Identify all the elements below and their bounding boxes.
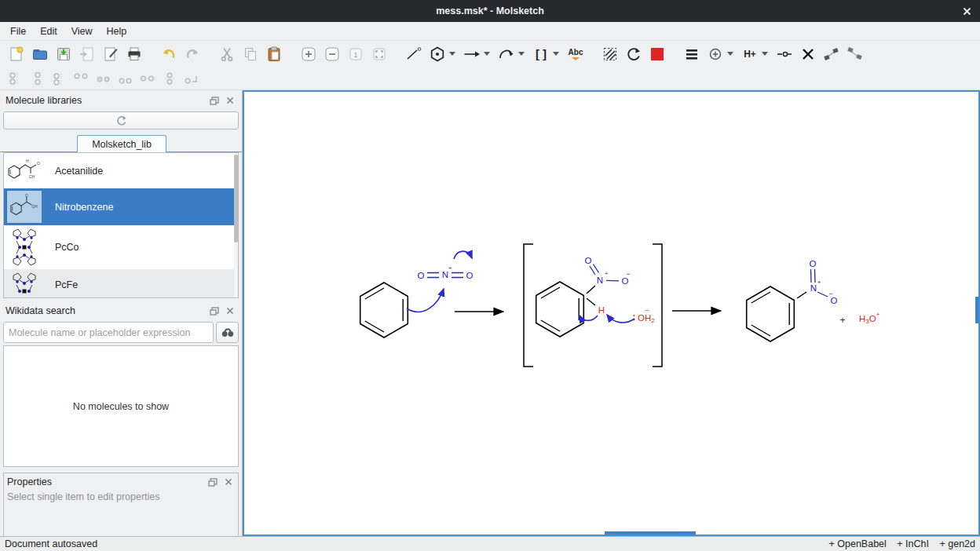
svg-text:+[interactable]: + [448,265,452,272]
drawing-canvas[interactable]: O N + O O N + [244,92,978,535]
canvas-horizontal-scrollbar-thumb[interactable] [605,531,696,535]
undo-button[interactable] [159,44,179,64]
align-left-button[interactable] [72,70,91,87]
library-scrollbar-thumb[interactable] [234,155,238,243]
svg-text:+[interactable]: + [817,279,821,286]
library-item-acetanilide[interactable]: H O CH Acetanilide [4,153,238,188]
export-button[interactable] [101,44,121,64]
print-button[interactable] [124,44,144,64]
hatch-selection-button[interactable] [600,44,620,64]
brackets-dropdown-icon[interactable] [553,52,559,56]
zoom-fit-button[interactable] [369,44,389,64]
hydrogen-tool-button[interactable]: H+ [740,44,760,64]
new-document-button[interactable] [6,44,27,64]
align-bottom-button[interactable] [6,70,25,87]
nitrobenzene-product[interactable]: N + O O − [747,259,838,341]
zoom-in-button[interactable] [298,44,319,64]
draw-bond-button[interactable] [404,44,424,64]
rotate-tool-button[interactable] [623,44,644,64]
svg-text:O[interactable]: O [418,271,425,280]
svg-text:O[interactable]: O [466,271,474,280]
brackets-tool-button[interactable]: [ ] [531,44,551,64]
properties-float-button[interactable] [207,476,219,487]
library-item-pcfe[interactable]: PcFe [4,269,238,298]
svg-text:−[interactable]: − [828,290,832,297]
svg-text:N[interactable]: N [810,283,817,293]
wikidata-close-button[interactable] [224,305,236,316]
redo-button[interactable] [182,44,203,64]
benzene-molecule[interactable] [360,283,408,338]
color-swatch-button[interactable] [647,44,667,64]
svg-text:−[interactable]: − [626,270,630,278]
open-button[interactable] [30,44,50,64]
paste-button[interactable] [264,44,284,64]
mechanism-arrow-benzene-to-nitronium[interactable] [407,289,444,312]
wikidata-float-button[interactable] [208,305,221,316]
svg-text:O[interactable]: O [810,259,817,268]
svg-text:H3O+[interactable]: H3O+ [859,311,880,325]
align-right-button[interactable] [116,70,135,87]
svg-text:OH2[interactable]: OH2 [638,313,655,324]
hydrogen-dropdown-icon[interactable] [762,52,768,56]
window-close-button[interactable] [961,5,972,16]
hydronium-ion[interactable]: H3O+ [859,311,880,325]
water-molecule[interactable]: OH2 − [634,306,656,324]
align-vertical-center-button[interactable] [28,70,47,87]
menu-view[interactable]: View [64,24,100,39]
canvas-vertical-scrollbar-thumb[interactable] [975,297,978,323]
arenium-intermediate[interactable]: O N + O − H [536,256,631,337]
left-bracket[interactable] [524,244,533,367]
mechanism-arrow-ch-to-ring[interactable] [580,316,598,320]
libraries-close-button[interactable] [224,95,236,106]
align-horizontal-center-button[interactable] [94,70,113,87]
align-angle-button[interactable] [182,70,201,87]
mechanism-arrow-no-bond[interactable] [454,251,472,259]
menu-file[interactable]: File [3,24,33,39]
align-top-button[interactable] [50,70,69,87]
mechanism-arrow-dropdown-icon[interactable] [518,52,525,56]
ring-tool-button[interactable] [427,44,448,64]
svg-text:H[interactable]: H [598,305,605,315]
charge-tool-button[interactable] [705,44,726,64]
svg-text:−[interactable]: − [645,306,649,314]
copy-button[interactable] [240,44,261,64]
library-scrollbar[interactable] [234,153,238,297]
flip-horizontal-button[interactable] [821,44,842,64]
import-button[interactable] [77,44,97,64]
flip-vertical-button[interactable] [845,44,865,64]
ring-tool-dropdown-icon[interactable] [449,52,455,56]
svg-text:+[interactable]: + [605,270,609,277]
library-refresh-button[interactable] [3,111,239,130]
wikidata-search-input[interactable] [3,322,214,343]
window-title: mess.msk* - Molsketch [436,5,544,16]
svg-text:N[interactable]: N [597,276,603,285]
library-item-nitrobenzene[interactable]: O OH Nitrobenzene [4,188,238,225]
properties-close-button[interactable] [222,476,235,487]
lone-pair-tool-button[interactable] [774,44,795,64]
reaction-arrow-dropdown-icon[interactable] [484,52,490,56]
reaction-arrow-button[interactable] [462,44,482,64]
mechanism-arrow-button[interactable] [496,44,517,64]
wikidata-search-button[interactable] [216,322,239,343]
svg-text:N[interactable]: N [442,270,448,279]
zoom-out-button[interactable] [322,44,342,64]
charge-dropdown-icon[interactable] [727,52,733,56]
mechanism-arrow-water-to-h[interactable] [607,315,634,323]
tab-molsketch-lib[interactable]: Molsketch_lib [77,135,166,152]
distribute-horizontal-button[interactable] [138,70,157,87]
line-width-button[interactable] [682,44,702,64]
zoom-original-button[interactable]: 1 [346,44,366,64]
distribute-vertical-button[interactable] [160,70,179,87]
menu-help[interactable]: Help [100,24,134,39]
nitronium-ion[interactable]: O N + O [418,265,474,281]
menu-edit[interactable]: Edit [33,24,64,39]
right-bracket[interactable] [653,244,662,367]
delete-tool-button[interactable] [798,44,818,64]
text-tool-button[interactable]: Abc [565,44,586,64]
save-button[interactable] [53,44,74,64]
library-item-pcco[interactable]: PcCo [4,225,238,269]
libraries-float-button[interactable] [208,95,221,106]
svg-text:O[interactable]: O [585,256,592,265]
cut-button[interactable] [217,44,237,64]
cut-scissors-icon [218,46,236,63]
